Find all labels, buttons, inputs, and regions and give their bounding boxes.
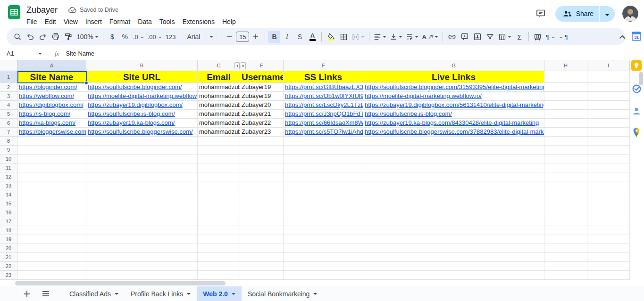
- cell-F21[interactable]: [284, 253, 363, 262]
- cell-E1[interactable]: Username: [240, 71, 284, 83]
- row-header-15[interactable]: 15: [0, 199, 17, 208]
- cell-F11[interactable]: [284, 163, 363, 172]
- cell-F17[interactable]: [284, 217, 363, 226]
- cell-F6[interactable]: https://prnt.sc/66IdsaoXm8WU: [284, 119, 363, 128]
- cell-G15[interactable]: [363, 199, 544, 208]
- decrease-font-size-button[interactable]: [223, 31, 235, 43]
- cell-A20[interactable]: [17, 244, 86, 253]
- cell-E21[interactable]: [240, 253, 284, 262]
- cell-C3[interactable]: mohammadzuba: [198, 92, 240, 101]
- cell-A21[interactable]: [17, 253, 86, 262]
- vertical-align-button[interactable]: [388, 31, 404, 43]
- collapse-toolbar-button[interactable]: [617, 31, 628, 42]
- cell-B19[interactable]: [86, 235, 198, 244]
- cell-A6[interactable]: https://ka-blogs.com/: [17, 119, 86, 128]
- cell-A15[interactable]: [17, 199, 86, 208]
- cell-H20[interactable]: [544, 244, 587, 253]
- fill-color-button[interactable]: [325, 31, 337, 43]
- sheet-tab-classified-ads[interactable]: Classified Ads: [63, 286, 125, 301]
- cell-A16[interactable]: [17, 208, 86, 217]
- cell-H18[interactable]: [544, 226, 587, 235]
- row-header-10[interactable]: 10: [0, 155, 17, 163]
- cell-B14[interactable]: [86, 190, 198, 199]
- cell-B12[interactable]: [86, 172, 198, 181]
- cell-H12[interactable]: [544, 172, 587, 181]
- row-header-22[interactable]: 22: [0, 262, 17, 271]
- cell-E7[interactable]: Zubayer23: [240, 128, 284, 137]
- cell-E6[interactable]: Zubayer22: [240, 119, 284, 128]
- menu-edit[interactable]: Edit: [41, 17, 60, 26]
- calendar-icon[interactable]: 31: [631, 31, 642, 41]
- cell-G1[interactable]: Live Links: [363, 71, 544, 83]
- insert-link-icon[interactable]: [446, 31, 458, 43]
- cell-G4[interactable]: https://zubayer19.digiblogbox.com/561314…: [363, 101, 544, 110]
- unhide-column-right-button[interactable]: [241, 62, 246, 69]
- cell-F3[interactable]: https://prnt.sc/Ob1w0fYXfUl9: [284, 92, 363, 101]
- row-header-20[interactable]: 20: [0, 244, 17, 253]
- cell-E3[interactable]: Zubayer19: [240, 92, 284, 101]
- doc-title[interactable]: Zubayer: [26, 5, 58, 15]
- menu-file[interactable]: File: [23, 17, 41, 26]
- cell-I19[interactable]: [587, 235, 630, 244]
- cell-H6[interactable]: [544, 119, 587, 128]
- column-header-G[interactable]: G: [363, 60, 544, 71]
- print-icon[interactable]: [50, 31, 62, 43]
- column-header-F[interactable]: F: [284, 60, 363, 71]
- cell-G16[interactable]: [363, 208, 544, 217]
- cell-C9[interactable]: [198, 146, 240, 155]
- cell-C7[interactable]: mohammadzuba: [198, 128, 240, 137]
- more-formats-button[interactable]: 123: [164, 31, 177, 43]
- contacts-icon[interactable]: [631, 106, 642, 116]
- cell-H3[interactable]: [544, 92, 587, 101]
- borders-button[interactable]: [337, 31, 350, 43]
- cell-C16[interactable]: [198, 208, 240, 217]
- cell-F20[interactable]: [284, 244, 363, 253]
- cell-E13[interactable]: [240, 181, 284, 190]
- cell-C10[interactable]: [198, 155, 240, 163]
- cell-F18[interactable]: [284, 226, 363, 235]
- cell-F12[interactable]: [284, 172, 363, 181]
- share-button[interactable]: Share: [555, 6, 615, 22]
- column-header-B[interactable]: B: [86, 60, 198, 71]
- sheet-tab-web-2-0[interactable]: Web 2.0: [197, 286, 242, 301]
- row-header-18[interactable]: 18: [0, 226, 17, 235]
- row-header-1[interactable]: 1: [0, 71, 17, 83]
- cell-I4[interactable]: [587, 101, 630, 110]
- cell-A11[interactable]: [17, 163, 86, 172]
- cell-E5[interactable]: Zubayer21: [240, 110, 284, 119]
- cell-I7[interactable]: [587, 128, 630, 137]
- cell-B1[interactable]: Site URL: [86, 71, 198, 83]
- sheets-logo-icon[interactable]: [8, 5, 21, 19]
- cell-I6[interactable]: [587, 119, 630, 128]
- zoom-select[interactable]: 100%: [75, 31, 100, 43]
- cell-E18[interactable]: [240, 226, 284, 235]
- search-icon[interactable]: [11, 31, 24, 43]
- cell-B11[interactable]: [86, 163, 198, 172]
- vertical-scrollbar-thumb[interactable]: [639, 72, 643, 85]
- cell-F5[interactable]: https://prnt.sc/J3npQO1bFdTX: [284, 110, 363, 119]
- cell-H5[interactable]: [544, 110, 587, 119]
- sheet-tab-social-bookmarkeing[interactable]: Social Bookmarkeing: [242, 286, 324, 301]
- cell-E4[interactable]: Zubayer20: [240, 101, 284, 110]
- undo-icon[interactable]: [24, 31, 36, 43]
- cell-E8[interactable]: [240, 137, 284, 146]
- cell-H23[interactable]: [544, 271, 587, 280]
- cell-H16[interactable]: [544, 208, 587, 217]
- cell-H9[interactable]: [544, 146, 587, 155]
- cell-A19[interactable]: [17, 235, 86, 244]
- cell-F1[interactable]: SS Links: [284, 71, 363, 83]
- comment-history-icon[interactable]: [534, 7, 548, 21]
- cell-A9[interactable]: [17, 146, 86, 155]
- cell-B10[interactable]: [86, 155, 198, 163]
- horizontal-align-button[interactable]: [372, 31, 388, 43]
- cell-H15[interactable]: [544, 199, 587, 208]
- cell-B15[interactable]: [86, 199, 198, 208]
- cell-B4[interactable]: https://zubayer19.digiblogbox.com/: [86, 101, 198, 110]
- cell-C12[interactable]: [198, 172, 240, 181]
- menu-view[interactable]: View: [60, 17, 82, 26]
- cell-E22[interactable]: [240, 262, 284, 271]
- cell-G21[interactable]: [363, 253, 544, 262]
- cell-E15[interactable]: [240, 199, 284, 208]
- text-wrap-button[interactable]: [404, 31, 420, 43]
- cell-C21[interactable]: [198, 253, 240, 262]
